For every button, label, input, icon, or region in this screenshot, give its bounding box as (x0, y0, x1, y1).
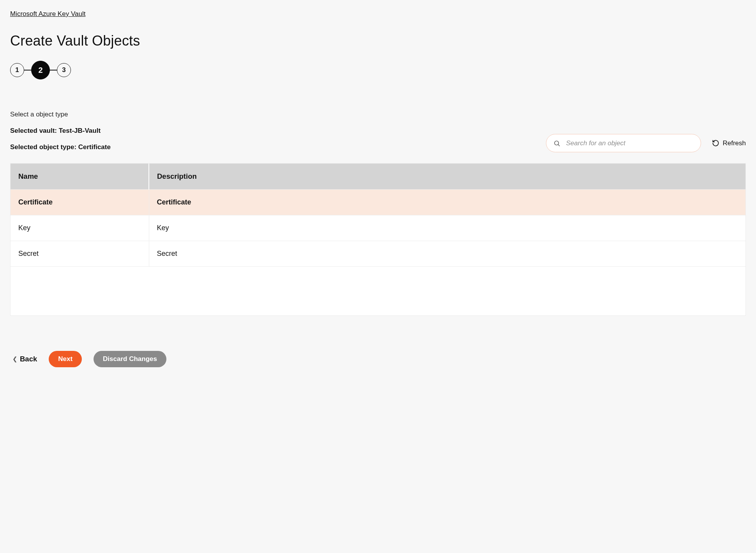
refresh-label: Refresh (722, 139, 746, 147)
cell-description: Secret (149, 241, 745, 267)
footer-actions: ❮ Back Next Discard Changes (10, 351, 746, 367)
cell-name: Key (11, 215, 149, 241)
back-button[interactable]: ❮ Back (12, 355, 37, 363)
selected-vault-text: Selected vault: Test-JB-Vault (10, 127, 746, 135)
step-2[interactable]: 2 (31, 61, 50, 79)
cell-description: Certificate (149, 190, 745, 215)
column-header-name[interactable]: Name (11, 164, 149, 190)
next-button[interactable]: Next (49, 351, 82, 367)
cell-name: Certificate (11, 190, 149, 215)
table-toolbar: Refresh (10, 134, 746, 152)
cell-description: Key (149, 215, 745, 241)
chevron-left-icon: ❮ (12, 356, 18, 363)
step-connector (50, 70, 57, 70)
column-header-description[interactable]: Description (149, 164, 745, 190)
stepper: 1 2 3 (10, 61, 746, 79)
step-1[interactable]: 1 (10, 63, 24, 77)
section-label: Select a object type (10, 111, 746, 118)
search-input[interactable] (566, 139, 694, 147)
table-row[interactable]: Secret Secret (11, 241, 745, 267)
search-icon (553, 140, 560, 147)
breadcrumb-link[interactable]: Microsoft Azure Key Vault (10, 10, 85, 18)
table-empty-space (11, 266, 745, 315)
table-header-row: Name Description (11, 164, 745, 190)
table-row[interactable]: Key Key (11, 215, 745, 241)
svg-line-1 (558, 144, 560, 146)
step-connector (24, 70, 31, 70)
page-title: Create Vault Objects (10, 33, 746, 49)
table-row[interactable]: Certificate Certificate (11, 190, 745, 215)
cell-name: Secret (11, 241, 149, 267)
object-type-table: Name Description Certificate Certificate… (10, 163, 746, 316)
refresh-icon (712, 139, 719, 147)
back-label: Back (20, 355, 37, 363)
search-field[interactable] (546, 134, 701, 152)
discard-changes-button[interactable]: Discard Changes (94, 351, 166, 367)
step-3[interactable]: 3 (57, 63, 71, 77)
refresh-button[interactable]: Refresh (712, 139, 746, 147)
